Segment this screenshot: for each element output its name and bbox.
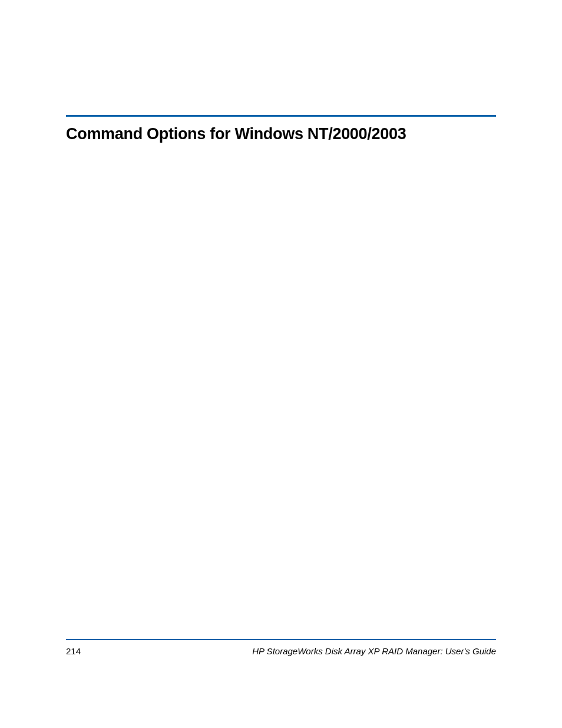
section-heading: Command Options for Windows NT/2000/2003 <box>66 125 496 143</box>
footer-rule <box>66 639 496 640</box>
section-rule <box>66 115 496 117</box>
page-number: 214 <box>66 646 81 656</box>
page-footer: 214 HP StorageWorks Disk Array XP RAID M… <box>66 639 496 656</box>
document-title: HP StorageWorks Disk Array XP RAID Manag… <box>252 646 496 656</box>
page-content: Command Options for Windows NT/2000/2003 <box>66 115 496 143</box>
footer-row: 214 HP StorageWorks Disk Array XP RAID M… <box>66 646 496 656</box>
